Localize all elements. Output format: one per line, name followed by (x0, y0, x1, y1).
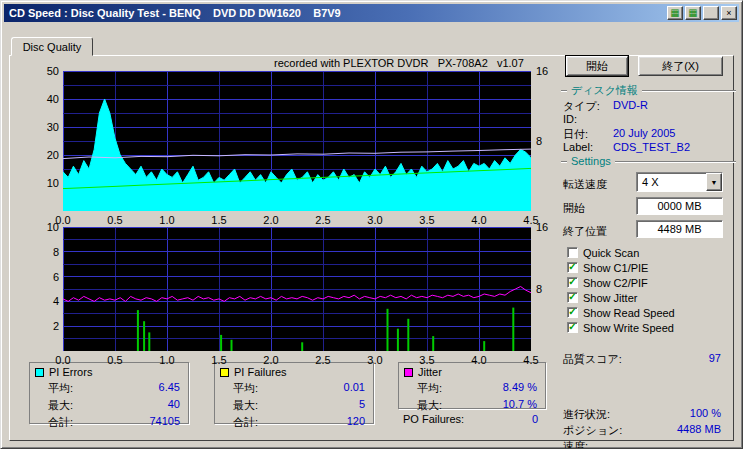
axis-tick-label: 2.5 (308, 214, 338, 226)
checkbox-box[interactable]: ✓ (567, 277, 578, 288)
chart-glyph-icon: ▦ (688, 8, 697, 18)
legend-jitter: Jitter 平均:8.49 % 最大:10.7 % (398, 362, 546, 409)
stat-label: 合計: (233, 415, 258, 430)
axis-tick-label: 0.0 (48, 354, 78, 366)
axis-tick-label: 1.0 (152, 354, 182, 366)
legend-name: PI Errors (49, 366, 92, 378)
pi-errors-chart (63, 71, 531, 211)
chevron-down-icon[interactable]: ▼ (706, 173, 722, 191)
axis-tick-label: 6 (33, 271, 59, 283)
disc-type-label: タイプ: (563, 99, 600, 114)
stat-label: 平均: (233, 381, 258, 396)
checkbox-quick-scan[interactable]: ✓ Quick Scan (567, 246, 639, 259)
close-button[interactable]: × (721, 6, 737, 20)
legend-row: 最大:10.7 % (399, 396, 545, 413)
stat-label: 平均: (48, 381, 73, 396)
axis-tick-label: 50 (33, 65, 59, 77)
axis-tick-label: 8 (33, 246, 59, 258)
checkbox-box[interactable]: ✓ (567, 307, 578, 318)
axis-tick-label: 30 (33, 121, 59, 133)
stat-label: 合計: (48, 415, 73, 430)
end-position-label: 終了位置 (563, 224, 607, 239)
stat-label: 最大: (417, 398, 442, 413)
axis-tick-label: 8 (536, 135, 558, 147)
titlebar[interactable]: CD Speed : Disc Quality Test - BENQ DVD … (4, 4, 739, 22)
checkbox-show-jitter[interactable]: ✓ Show Jitter (567, 291, 637, 304)
checkbox-show-write-speed[interactable]: ✓ Show Write Speed (567, 321, 674, 334)
window-title: CD Speed : Disc Quality Test - BENQ DVD … (9, 7, 341, 19)
axis-tick-label: 4.0 (464, 214, 494, 226)
disc-type-value: DVD-R (613, 99, 648, 111)
axis-tick-label: 40 (33, 93, 59, 105)
settings-header-label: Settings (571, 155, 611, 167)
end-position-field[interactable]: 4489 MB (636, 220, 723, 238)
speed-select[interactable]: 4 X ▼ (636, 172, 723, 192)
checkbox-label: Quick Scan (583, 247, 639, 259)
minimize-button[interactable] (703, 6, 719, 20)
disc-date-value: 20 July 2005 (613, 127, 675, 139)
titlebar-buttons: ▦ ▦ × (667, 6, 739, 20)
pi-errors-swatch-icon (35, 368, 44, 377)
dropdown-glyph: ▼ (711, 179, 718, 186)
start-position-value: 0000 MB (657, 200, 701, 212)
chart-header: recorded with PLEXTOR DVDR PX-708A2 v1.0… (274, 57, 524, 69)
legend-pi-errors: PI Errors 平均:6.45 最大:40 合計:74105 (29, 362, 189, 424)
checkbox-label: Show Jitter (583, 292, 637, 304)
exit-button[interactable]: 終了(X) (638, 56, 723, 76)
legend-row: 最大:5 (215, 396, 373, 413)
checkbox-show-c2-pif[interactable]: ✓ Show C2/PIF (567, 276, 648, 289)
end-position-value: 4489 MB (657, 223, 701, 235)
check-icon: ✓ (568, 322, 576, 332)
position-value: 4488 MB (636, 423, 721, 435)
app-chart-icon[interactable]: ▦ (667, 6, 683, 20)
checkbox-box[interactable]: ✓ (567, 292, 578, 303)
stat-label: 最大: (48, 398, 73, 413)
jitter-swatch-icon (404, 368, 413, 377)
progress-value: 100 % (636, 407, 721, 419)
legend-row: 合計:74105 (30, 413, 188, 430)
checkbox-box[interactable]: ✓ (567, 262, 578, 273)
legend-name: PI Failures (234, 366, 287, 378)
stat-value: 120 (347, 415, 365, 430)
divider (615, 161, 736, 162)
speed-select-label: 転送速度 (563, 177, 607, 192)
stat-label: 最大: (233, 398, 258, 413)
checkbox-show-c1-pie[interactable]: ✓ Show C1/PIE (567, 261, 648, 274)
checkbox-label: Show C1/PIE (583, 262, 648, 274)
disc-label-label: Label: (563, 141, 593, 153)
start-position-field[interactable]: 0000 MB (636, 197, 723, 215)
axis-tick-label: 2 (33, 320, 59, 332)
stat-value: 40 (168, 398, 180, 413)
quality-score-value: 97 (636, 352, 721, 364)
start-button[interactable]: 開始 (566, 56, 628, 76)
checkbox-box[interactable]: ✓ (567, 322, 578, 333)
legend-row: 最大:40 (30, 396, 188, 413)
speed-status-label: 速度: (563, 439, 588, 449)
app-chart2-icon[interactable]: ▦ (685, 6, 701, 20)
axis-tick-label: 2.0 (256, 354, 286, 366)
stat-label: 平均: (417, 381, 442, 396)
disc-info-header: ディスク情報 (561, 83, 736, 98)
axis-tick-label: 16 (536, 221, 558, 233)
disc-info-header-label: ディスク情報 (571, 83, 638, 98)
po-failures-label: PO Failures: (403, 413, 464, 425)
checkbox-show-read-speed[interactable]: ✓ Show Read Speed (567, 306, 675, 319)
stat-value: 5 (359, 398, 365, 413)
stat-value: 10.7 % (503, 398, 537, 413)
start-button-label: 開始 (586, 59, 608, 74)
exit-button-label: 終了(X) (662, 59, 699, 74)
axis-tick-label: 2.5 (308, 354, 338, 366)
checkbox-label: Show Read Speed (583, 307, 675, 319)
stat-value: 8.49 % (503, 381, 537, 396)
axis-tick-label: 1.5 (204, 354, 234, 366)
legend-row: 平均:8.49 % (399, 379, 545, 396)
close-icon: × (726, 9, 731, 18)
checkbox-label: Show Write Speed (583, 322, 674, 334)
divider (561, 161, 567, 162)
checkbox-box[interactable]: ✓ (567, 247, 578, 258)
tab-disc-quality[interactable]: Disc Quality (11, 37, 93, 56)
legend-name: Jitter (418, 366, 442, 378)
checkbox-label: Show C2/PIF (583, 277, 648, 289)
axis-tick-label: 8 (536, 283, 558, 295)
axis-tick-label: 1.5 (204, 214, 234, 226)
